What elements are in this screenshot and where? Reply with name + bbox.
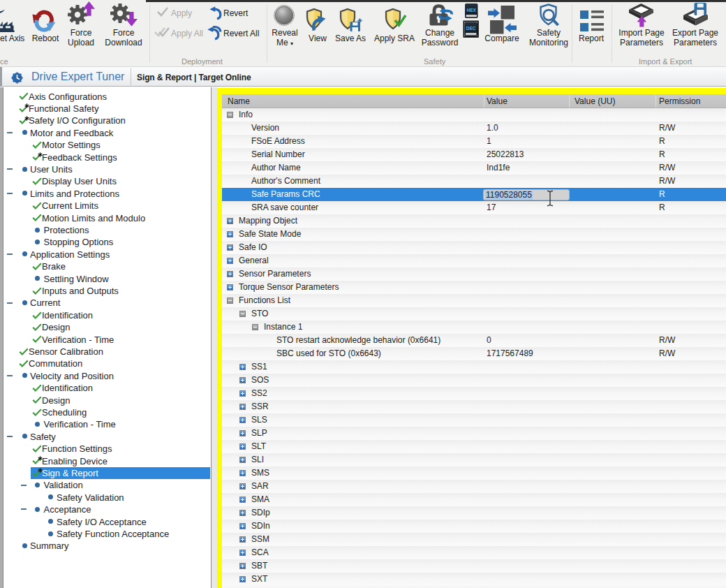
svg-text:DEC: DEC bbox=[466, 26, 476, 31]
svg-text:HEX: HEX bbox=[467, 8, 477, 13]
